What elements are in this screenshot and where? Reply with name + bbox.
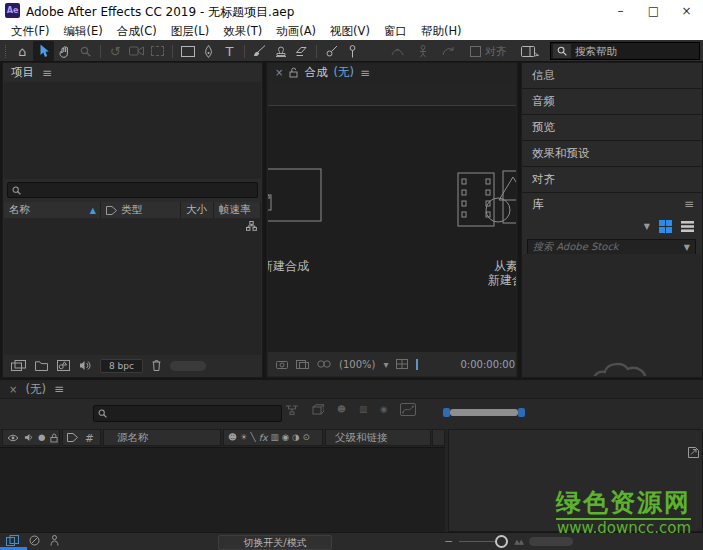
menu-effect[interactable]: 效果(T) <box>216 24 269 39</box>
lock-icon[interactable] <box>50 433 58 443</box>
timeline-zoom-slider[interactable] <box>443 408 525 417</box>
puppet-starch-tool-icon[interactable] <box>437 41 458 61</box>
zoom-tool-icon[interactable] <box>75 41 96 61</box>
pan-behind-tool-icon[interactable] <box>147 41 168 61</box>
current-time-display[interactable]: 0:00:00:00 <box>460 359 515 370</box>
rotate-tool-icon[interactable]: ↺ <box>105 41 126 61</box>
timeline-zoom-track[interactable] <box>459 541 495 542</box>
panel-menu-icon[interactable]: ≡ <box>54 382 64 396</box>
search-icon[interactable] <box>553 44 571 58</box>
toolbar-drag-handle[interactable] <box>5 45 9 58</box>
timeline-search-input[interactable] <box>110 407 281 420</box>
project-items-list[interactable] <box>4 218 261 355</box>
menu-composition[interactable]: 合成(C) <box>110 24 164 39</box>
new-folder-icon[interactable] <box>35 361 48 371</box>
menu-layer[interactable]: 图层(L) <box>164 24 216 39</box>
workspace-icon[interactable] <box>519 41 540 61</box>
panel-scroll-pill[interactable] <box>170 361 206 371</box>
menu-file[interactable]: 文件(F) <box>4 24 57 39</box>
project-settings-icon[interactable] <box>79 360 91 371</box>
menu-view[interactable]: 视图(V) <box>323 24 377 39</box>
project-flowchart-icon[interactable] <box>246 221 257 231</box>
unlock-icon[interactable] <box>289 67 298 78</box>
column-header-type[interactable]: 类型 <box>101 202 181 218</box>
home-icon[interactable]: ⌂ <box>12 41 33 61</box>
trash-icon[interactable] <box>152 360 161 371</box>
panel-tab-audio[interactable]: 音频 <box>522 89 702 115</box>
three-d-switch-icon[interactable]: ⊙ <box>302 433 309 442</box>
grid-view-icon[interactable] <box>659 220 672 233</box>
mask-feather-tool-icon[interactable] <box>387 41 408 61</box>
new-comp-button-label[interactable]: 新建合成 <box>268 259 345 273</box>
column-header-frame-rate[interactable]: 帧速率 <box>214 202 261 218</box>
timeline-search-box[interactable] <box>93 405 282 422</box>
toggle-switches-modes-button[interactable]: 切换开关/模式 <box>218 535 332 550</box>
interpret-footage-icon[interactable] <box>11 360 26 371</box>
hand-tool-icon[interactable] <box>54 41 75 61</box>
panel-tab-preview[interactable]: 预览 <box>522 115 702 141</box>
close-tab-icon[interactable]: × <box>9 384 17 395</box>
zoom-out-handle[interactable] <box>443 408 450 417</box>
snap-checkbox[interactable] <box>470 46 481 57</box>
graph-editor-icon[interactable] <box>400 403 416 416</box>
region-of-interest-icon[interactable] <box>416 359 418 370</box>
parent-link-column[interactable]: 父级和链接 <box>325 429 431 446</box>
eraser-tool-icon[interactable] <box>291 41 312 61</box>
menu-window[interactable]: 窗口 <box>377 24 414 39</box>
show-channel-icon[interactable] <box>317 360 331 368</box>
shy-layers-icon[interactable]: ☻ <box>337 405 346 414</box>
text-tool-icon[interactable]: T <box>219 41 240 61</box>
show-snapshot-icon[interactable] <box>296 360 309 369</box>
timeline-zoom-knob[interactable] <box>495 535 508 548</box>
library-filter-dropdown-icon[interactable]: ▼ <box>644 222 650 231</box>
tag-icon[interactable] <box>67 433 78 442</box>
close-tab-icon[interactable]: × <box>275 67 283 78</box>
dropdown-icon[interactable]: ▼ <box>684 243 690 252</box>
project-search-box[interactable] <box>7 182 258 198</box>
fx-switch-icon[interactable]: fx <box>259 432 268 443</box>
zoom-level-dropdown[interactable]: (100%) <box>339 359 375 370</box>
layer-list-area[interactable] <box>0 447 445 533</box>
expand-transfer-controls-icon[interactable] <box>29 535 40 546</box>
panel-tab-info[interactable]: 信息 <box>522 63 702 89</box>
panel-menu-icon[interactable]: ≡ <box>42 66 52 80</box>
puppet-pin-tool-icon[interactable] <box>342 41 363 61</box>
minimize-button[interactable]: – <box>604 0 637 22</box>
library-tab[interactable]: 库 <box>532 197 544 212</box>
stock-search-box[interactable]: 搜索 Adobe Stock ▼ <box>527 239 696 256</box>
solo-icon[interactable]: ● <box>38 433 45 442</box>
menu-edit[interactable]: 编辑(E) <box>57 24 110 39</box>
collapse-switch-icon[interactable]: ☀ <box>240 433 248 442</box>
color-depth-button[interactable]: 8 bpc <box>100 359 143 373</box>
new-comp-button[interactable] <box>268 168 322 230</box>
column-header-name[interactable]: 名称 ▲ <box>4 202 101 218</box>
comp-tab-label[interactable]: 合成 <box>304 65 327 80</box>
zoom-out-icon[interactable]: − <box>444 535 453 548</box>
adjustment-layer-switch-icon[interactable]: ◑ <box>292 433 299 442</box>
panel-tab-effects-presets[interactable]: 效果和预设 <box>522 141 702 167</box>
panel-tab-align[interactable]: 对齐 <box>522 167 702 193</box>
index-column-label[interactable]: # <box>85 432 94 444</box>
project-tab[interactable]: 项目 <box>11 65 34 80</box>
help-search-input[interactable] <box>573 44 699 58</box>
source-name-column[interactable]: 源名称 <box>103 429 221 446</box>
new-comp-from-footage-button[interactable] <box>457 168 516 230</box>
camera-tool-icon[interactable] <box>126 41 147 61</box>
audio-speaker-icon[interactable] <box>24 433 33 442</box>
column-header-size[interactable]: 大小 <box>181 202 214 218</box>
menu-help[interactable]: 帮助(H) <box>414 24 469 39</box>
comp-flowchart-icon[interactable] <box>285 404 299 415</box>
zoom-in-handle[interactable] <box>518 408 525 417</box>
menu-animation[interactable]: 动画(A) <box>269 24 323 39</box>
quality-switch-icon[interactable]: ╲ <box>251 433 256 442</box>
shape-tool-icon[interactable] <box>177 41 198 61</box>
roto-brush-tool-icon[interactable] <box>321 41 342 61</box>
comp-button-icon[interactable] <box>687 446 700 459</box>
video-eye-icon[interactable] <box>7 434 19 442</box>
clone-stamp-tool-icon[interactable] <box>270 41 291 61</box>
frame-blend-icon[interactable]: ▥ <box>359 405 367 414</box>
selection-tool-icon[interactable] <box>33 41 54 61</box>
motion-blur-switch-icon[interactable]: ◉ <box>282 433 289 442</box>
timeline-tab-label[interactable]: (无) <box>25 382 45 397</box>
puppet-overlap-tool-icon[interactable] <box>412 41 433 61</box>
